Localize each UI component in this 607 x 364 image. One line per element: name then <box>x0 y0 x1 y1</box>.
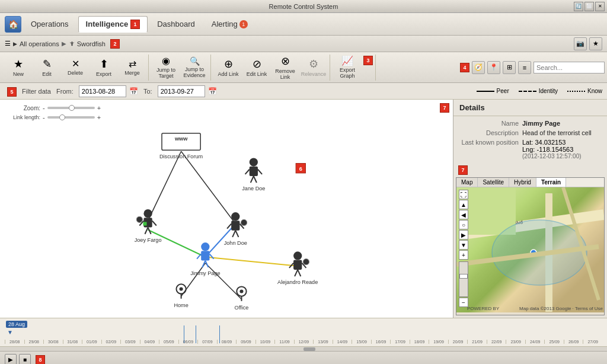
svg-text:Joey Fargo: Joey Fargo <box>135 237 162 243</box>
bottom-bar: ▶ ■ 8 <box>0 351 607 364</box>
filter-bar: 5 Filter data From: 📅 To: 📅 Peer Identit… <box>0 83 607 100</box>
map-fullscreen-btn[interactable]: ⛶ <box>459 190 468 199</box>
map-tab-hybrid[interactable]: Hybrid <box>509 178 536 187</box>
svg-line-4 <box>258 170 262 174</box>
node-home[interactable]: Home <box>174 284 188 308</box>
map-left-btn[interactable]: ◀ <box>459 210 468 219</box>
delete-button[interactable]: ✕ Delete <box>62 55 89 80</box>
svg-rect-42 <box>293 260 302 270</box>
link-joey-jimmy <box>148 230 206 257</box>
export-graph-button[interactable]: 📈 Export Graph <box>334 55 361 80</box>
toolbar-group-links: ⊕ Add Link ⊘ Edit Link ⊗ Remove Link ⚙ R… <box>212 55 330 81</box>
map-down-btn[interactable]: ▼ <box>459 240 468 250</box>
pin-icon-btn[interactable]: 📍 <box>487 61 500 74</box>
jump-evidence-button[interactable]: 🔍 Jump to Evidence <box>181 55 208 80</box>
timeline-scrollbar[interactable] <box>0 346 607 351</box>
map-footer: POWERED BY Map data ©2013 Google · Terms… <box>467 306 603 311</box>
node-jimmy-page[interactable]: Jimmy Page <box>190 242 220 276</box>
map-zoom-track[interactable] <box>459 261 468 297</box>
jump-target-button[interactable]: ◉ Jump to Target <box>152 55 180 80</box>
label-num8: 8 <box>36 355 45 365</box>
linklength-plus[interactable]: + <box>97 114 101 121</box>
node-john-doe[interactable]: John Doe <box>224 212 247 246</box>
menu-item-alerting[interactable]: Alerting 1 <box>205 16 255 33</box>
map-right-btn[interactable]: ▶ <box>459 230 468 240</box>
map-tab-map[interactable]: Map <box>456 178 478 187</box>
relevance-button[interactable]: ⚙ Relevance <box>300 55 327 80</box>
graph-controls: Zoom: - + Link length: - + <box>5 104 101 121</box>
svg-rect-2 <box>250 167 258 176</box>
svg-line-27 <box>197 254 201 258</box>
compass-icon-btn[interactable]: 🧭 <box>472 61 485 74</box>
map-container: Map Satellite Hybrid Terrain E Beverly B… <box>456 177 605 315</box>
node-jane-doe[interactable]: Jane Doe <box>242 158 265 191</box>
title-bar: Remote Control System 🔄 ⬜ ✕ <box>0 0 607 13</box>
edit-link-button[interactable]: ⊘ Edit Link <box>243 55 270 80</box>
new-button[interactable]: ★ New <box>5 55 32 80</box>
grid-icon-btn[interactable]: ⊞ <box>503 61 516 74</box>
filter-from-input[interactable] <box>79 85 126 97</box>
alerting-badge: 1 <box>239 20 248 28</box>
svg-line-22 <box>232 231 235 237</box>
play-button[interactable]: ▶ <box>5 354 17 365</box>
node-alejandro[interactable]: Alejandro Reade <box>277 251 318 285</box>
star-icon-btn[interactable]: ★ <box>589 37 602 50</box>
filter-from-calendar[interactable]: 📅 <box>129 87 138 95</box>
map-tab-terrain[interactable]: Terrain <box>536 178 566 187</box>
breadcrumb-swordfish[interactable]: 🗡 Swordfish <box>69 40 106 47</box>
svg-point-9 <box>143 209 152 218</box>
window-controls: 🔄 ⬜ ✕ <box>574 2 605 11</box>
map-tab-satellite[interactable]: Satellite <box>478 178 509 187</box>
linklength-minus[interactable]: - <box>43 114 45 121</box>
svg-point-1 <box>250 158 258 166</box>
remove-link-button[interactable]: ⊗ Remove Link <box>271 55 299 80</box>
breadcrumb-icon: ☰ <box>5 40 11 47</box>
svg-line-20 <box>227 223 231 228</box>
menu-item-dashboard[interactable]: Dashboard <box>150 16 202 33</box>
zoom-minus[interactable]: - <box>43 104 45 111</box>
svg-text:Jimmy Page: Jimmy Page <box>190 270 220 276</box>
stop-button[interactable]: ■ <box>19 354 31 365</box>
linklength-track[interactable] <box>47 116 95 119</box>
toolbar-group-graph: 📈 Export Graph 3 <box>331 55 376 81</box>
close-button[interactable]: ✕ <box>595 2 605 11</box>
svg-rect-26 <box>201 251 209 260</box>
list-icon-btn[interactable]: ≡ <box>518 61 531 74</box>
search-input[interactable] <box>533 62 605 74</box>
minimize-button[interactable]: 🔄 <box>574 2 583 11</box>
label-num7-map: 7 <box>458 165 468 175</box>
map-image-area[interactable]: E Beverly Blvd ⛶ ▲ ◀ <box>456 187 604 312</box>
breadcrumb-all-operations[interactable]: ▶ All operations <box>13 40 59 47</box>
maximize-button[interactable]: ⬜ <box>584 2 594 11</box>
filter-to-calendar[interactable]: 📅 <box>208 87 217 95</box>
add-link-button[interactable]: ⊕ Add Link <box>215 55 242 80</box>
map-reset-btn[interactable]: ○ <box>459 220 468 229</box>
svg-rect-15 <box>143 222 146 225</box>
menu-item-intelligence[interactable]: Intelligence 1 <box>78 16 148 33</box>
node-office[interactable]: Office <box>235 286 249 311</box>
svg-text:Office: Office <box>235 305 249 311</box>
camera-icon-btn[interactable]: 📷 <box>574 37 587 50</box>
home-button[interactable]: 🏠 <box>5 16 21 33</box>
svg-line-12 <box>152 221 156 225</box>
export-button[interactable]: ⬆ Export <box>90 55 117 80</box>
map-zoom-in-btn[interactable]: + <box>459 250 468 260</box>
details-title: Details <box>453 100 607 116</box>
zoom-plus[interactable]: + <box>97 104 101 111</box>
zoom-control: Zoom: - + <box>5 104 101 111</box>
label-num3: 3 <box>363 56 373 65</box>
timeline-scroll-thumb[interactable] <box>304 347 315 351</box>
details-body: Name Jimmy Page Description Head of the … <box>453 116 607 165</box>
menu-item-operations[interactable]: Operations <box>24 16 76 33</box>
map-up-btn[interactable]: ▲ <box>459 200 468 209</box>
filter-to-input[interactable] <box>158 85 205 97</box>
label-num5: 5 <box>7 87 17 97</box>
zoom-track[interactable] <box>47 107 95 109</box>
link-forum-joey <box>148 151 181 221</box>
node-joey-fargo[interactable]: Joey Fargo <box>135 209 162 243</box>
label-num7: 7 <box>440 103 449 113</box>
label-num2: 2 <box>110 39 120 49</box>
timeline-marker: 28 Aug <box>6 321 27 328</box>
edit-button[interactable]: ✎ Edit <box>33 55 60 80</box>
merge-button[interactable]: ⇄ Merge <box>119 55 146 80</box>
